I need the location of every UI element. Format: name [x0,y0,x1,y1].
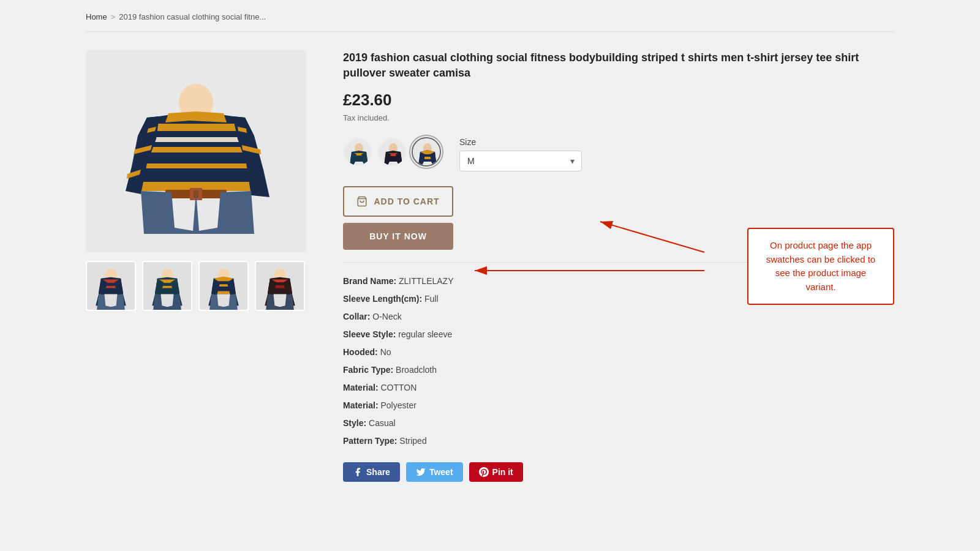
color-swatch-teal[interactable] [343,137,372,167]
color-swatches [343,137,441,167]
product-title: 2019 fashion casual clothing social fitn… [343,50,894,81]
spec-material-2: Material: Polyester [343,399,894,412]
annotation-box: On product page the app swatches can be … [747,228,894,305]
spec-collar: Collar: O-Neck [343,310,894,323]
main-product-image [86,50,306,252]
product-price: £23.60 [343,91,894,110]
size-label: Size [459,137,582,147]
social-buttons: Share Tweet Pin it [343,462,894,482]
color-swatch-yellow[interactable] [412,137,441,167]
thumbnail-4[interactable] [255,261,305,311]
thumbnails [86,261,306,311]
size-selector: Size S M L XL XXL [459,137,582,171]
product-right-wrapper: 2019 fashion casual clothing social fitn… [343,50,894,482]
thumbnail-1[interactable] [86,261,136,311]
spec-fabric: Fabric Type: Broadcloth [343,364,894,377]
breadcrumb: Home > 2019 fashion casual clothing soci… [86,12,894,32]
size-select[interactable]: S M L XL XXL [459,151,582,171]
main-image-container [86,50,306,252]
breadcrumb-current: 2019 fashion casual clothing social fitn… [119,12,266,21]
twitter-share-button[interactable]: Tweet [406,462,463,482]
breadcrumb-separator: > [111,12,116,21]
cart-icon [356,196,368,207]
pinterest-share-button[interactable]: Pin it [469,462,523,482]
thumbnail-3[interactable] [198,261,249,311]
spec-hooded: Hooded: No [343,346,894,359]
spec-material-1: Material: COTTON [343,381,894,394]
spec-pattern: Pattern Type: Striped [343,435,894,448]
facebook-icon [353,467,363,477]
size-select-wrapper: S M L XL XXL [459,151,582,171]
spec-style: Style: Casual [343,417,894,430]
spec-sleeve-style: Sleeve Style: regular sleeve [343,328,894,341]
tax-info: Tax included. [343,113,894,122]
pinterest-icon [479,467,489,477]
color-swatch-red[interactable] [377,137,407,167]
add-to-cart-button[interactable]: ADD TO CART [343,186,453,217]
twitter-icon [416,467,426,477]
thumbnail-2[interactable] [142,261,192,311]
options-row: Size S M L XL XXL [343,137,894,171]
breadcrumb-home[interactable]: Home [86,12,107,21]
facebook-share-button[interactable]: Share [343,462,400,482]
buy-now-button[interactable]: BUY IT NOW [343,223,453,250]
product-images [86,50,306,311]
